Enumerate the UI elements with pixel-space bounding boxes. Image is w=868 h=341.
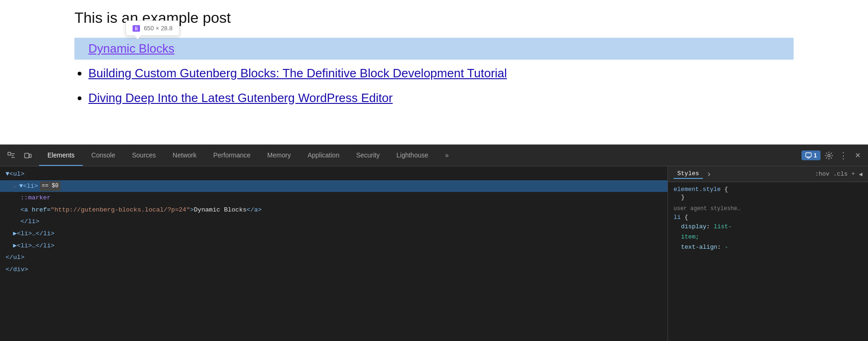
tooltip-tag: li bbox=[133, 25, 140, 32]
device-toolbar-icon[interactable] bbox=[20, 148, 35, 163]
dom-panel[interactable]: ▼<ul> … ▼<li> == $0 ::marker <a href="ht… bbox=[0, 166, 668, 341]
tab-performance[interactable]: Performance bbox=[205, 145, 259, 166]
element-tooltip: li 650 × 28.8 bbox=[126, 20, 180, 36]
style-rule-ua: user agent styleshe… li { display: list-… bbox=[674, 205, 862, 252]
style-rule-element: element.style { } bbox=[674, 186, 862, 201]
style-selector: element.style { bbox=[674, 186, 862, 193]
tab-network[interactable]: Network bbox=[164, 145, 205, 166]
tab-more[interactable]: » bbox=[437, 145, 457, 166]
close-devtools-icon[interactable]: × bbox=[851, 150, 864, 161]
page-content: This is an example post li 650 × 28.8 Dy… bbox=[0, 0, 868, 144]
post-list: Dynamic Blocks Building Custom Gutenberg… bbox=[74, 38, 794, 109]
styles-actions: :hov .cls + ◀ bbox=[815, 170, 862, 178]
dom-line-close-li: </li> bbox=[0, 216, 668, 228]
dom-line-li3[interactable]: ▶<li>…</li> bbox=[0, 240, 668, 252]
svg-rect-0 bbox=[8, 152, 11, 155]
tab-application[interactable]: Application bbox=[299, 145, 348, 166]
svg-point-4 bbox=[828, 154, 830, 157]
settings-icon[interactable] bbox=[822, 149, 835, 162]
svg-rect-1 bbox=[25, 153, 29, 158]
hover-toggle[interactable]: :hov bbox=[815, 170, 829, 177]
post-link-dynamic-blocks[interactable]: Dynamic Blocks bbox=[88, 41, 174, 55]
badge-count: 1 bbox=[814, 152, 817, 159]
styles-panel-header: Styles › :hov .cls + ◀ bbox=[668, 166, 868, 182]
computed-tab-arrow[interactable]: › bbox=[707, 170, 712, 179]
tab-sources[interactable]: Sources bbox=[124, 145, 164, 166]
devtools-toolbar: Elements Console Sources Network Perform… bbox=[0, 145, 868, 166]
dom-line-marker: ::marker bbox=[0, 192, 668, 204]
page-title: This is an example post bbox=[74, 9, 794, 27]
expand-icon[interactable]: ◀ bbox=[859, 170, 862, 178]
dom-line-li2[interactable]: ▶<li>…</li> bbox=[0, 228, 668, 240]
tab-memory[interactable]: Memory bbox=[259, 145, 300, 166]
tab-security[interactable]: Security bbox=[348, 145, 388, 166]
feedback-button[interactable]: 1 bbox=[801, 150, 821, 160]
styles-tab[interactable]: Styles bbox=[674, 169, 703, 179]
list-item: Diving Deep Into the Latest Gutenberg Wo… bbox=[88, 87, 794, 109]
post-link-diving-deep[interactable]: Diving Deep Into the Latest Gutenberg Wo… bbox=[88, 91, 393, 105]
svg-rect-2 bbox=[29, 154, 31, 157]
list-item: Dynamic Blocks bbox=[74, 38, 794, 60]
style-selector-li: li { bbox=[674, 214, 862, 221]
more-options-icon[interactable]: ⋮ bbox=[837, 150, 849, 161]
dom-line-close-div: </div> bbox=[0, 264, 668, 276]
style-source-label: user agent styleshe… bbox=[674, 205, 862, 212]
tooltip-dims: 650 × 28.8 bbox=[144, 25, 173, 32]
devtools-panel: Elements Console Sources Network Perform… bbox=[0, 144, 868, 341]
dom-line-close-ul: </ul> bbox=[0, 252, 668, 264]
dom-line-ul: ▼<ul> bbox=[0, 168, 668, 180]
inspect-element-icon[interactable] bbox=[4, 148, 19, 163]
tab-elements[interactable]: Elements bbox=[39, 145, 83, 166]
devtools-right-actions: 1 ⋮ × bbox=[798, 149, 868, 162]
post-link-custom-gutenberg[interactable]: Building Custom Gutenberg Blocks: The De… bbox=[88, 66, 507, 80]
add-style-icon[interactable]: + bbox=[851, 170, 855, 177]
tab-console[interactable]: Console bbox=[83, 145, 123, 166]
dom-line-li-selected[interactable]: … ▼<li> == $0 bbox=[0, 180, 668, 192]
devtools-tabs: Elements Console Sources Network Perform… bbox=[39, 145, 798, 166]
tab-lighthouse[interactable]: Lighthouse bbox=[388, 145, 437, 166]
cls-toggle[interactable]: .cls bbox=[833, 170, 848, 177]
devtools-left-icons bbox=[0, 148, 39, 163]
dots-icon: … bbox=[13, 182, 16, 191]
svg-rect-3 bbox=[806, 153, 811, 157]
list-item: Building Custom Gutenberg Blocks: The De… bbox=[88, 62, 794, 84]
styles-panel: Styles › :hov .cls + ◀ element.style { } bbox=[668, 166, 868, 341]
dom-line-anchor: <a href="http://gutenberg-blocks.local/?… bbox=[0, 204, 668, 216]
devtools-body: ▼<ul> … ▼<li> == $0 ::marker <a href="ht… bbox=[0, 166, 868, 341]
styles-body: element.style { } user agent styleshe… l… bbox=[668, 182, 868, 341]
